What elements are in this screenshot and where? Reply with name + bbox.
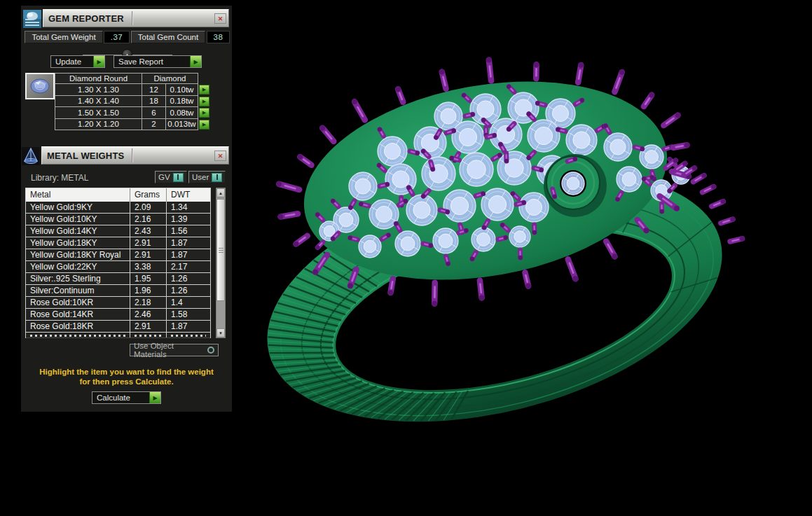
metal-name: Silver:.925 Sterling (26, 273, 130, 284)
save-report-button[interactable]: Save Report ▶ (113, 55, 202, 68)
metal-dwt: 1.58 (167, 309, 210, 320)
titlebar-divider (132, 11, 132, 25)
metal-weights-titlebar[interactable]: METAL WEIGHTS ✕ (41, 146, 229, 165)
metal-table-header: Metal Grams DWT (26, 188, 210, 202)
gem-weight: 0.08tw (166, 107, 198, 119)
gem-weight: 0.013tw (166, 119, 198, 131)
metal-dwt: 1.87 (167, 237, 210, 249)
metal-dwt: 1.26 (167, 273, 210, 284)
gem-table-header: Diamond Round Diamond (55, 73, 210, 84)
gem-size: 1.30 X 1.30 (55, 84, 142, 96)
table-row[interactable]: Yellow Gold:9KY 2.09 1.34 (26, 202, 210, 214)
table-row[interactable]: Yellow Gold:22KY 3.38 2.17 (26, 261, 210, 273)
gem-size: 1.40 X 1.40 (55, 96, 142, 108)
update-button-label: Update (51, 56, 93, 67)
gem-weight: 0.10tw (166, 84, 198, 96)
gem-report-table: Diamond Round Diamond 1.30 X 1.30 12 0.1… (55, 73, 210, 130)
metal-name: Silver:Continuum (26, 285, 130, 296)
instruction-line1: Highlight the item you want to find the … (24, 367, 229, 377)
scroll-up-icon[interactable]: ▲ (216, 188, 225, 197)
calculate-button[interactable]: Calculate ▶ (92, 391, 161, 404)
gv-indicator (173, 173, 184, 182)
user-button-label: User (192, 173, 209, 181)
total-gem-weight-label: Total Gem Weight (25, 31, 103, 43)
header-dwt: DWT (167, 188, 210, 202)
gem-thumbnail-image (27, 74, 53, 98)
update-button[interactable]: Update ▶ (50, 55, 105, 68)
metal-name: Yellow Gold:18KY Royal (26, 249, 130, 260)
table-row[interactable]: Silver:Continuum 1.96 1.26 (26, 285, 210, 297)
gem-size: 1.50 X 1.50 (55, 107, 142, 119)
table-row[interactable]: Yellow Gold:14KY 2.43 1.56 (26, 225, 210, 237)
table-row-partial[interactable] (26, 333, 210, 338)
metal-dwt: 1.26 (167, 285, 210, 296)
metal-dwt: 1.39 (167, 214, 210, 225)
metal-grams: 2.18 (130, 297, 167, 308)
library-label: Library: METAL (31, 173, 88, 183)
metal-name: Rose Gold:10KR (26, 297, 130, 308)
table-row[interactable]: Silver:.925 Sterling 1.95 1.26 (26, 273, 210, 285)
metal-grams: 2.09 (130, 202, 167, 213)
total-gem-count-value[interactable]: 38 (207, 31, 230, 43)
metal-grams: 1.96 (130, 285, 167, 296)
select-gems-arrow-button[interactable]: ▶ (199, 120, 209, 130)
gem-reporter-title: GEM REPORTER (48, 13, 124, 24)
metal-weights-table: Metal Grams DWT Yellow Gold:9KY 2.09 1.3… (25, 188, 211, 338)
metal-grams: 2.43 (130, 225, 167, 237)
dropdown-circle-icon (207, 347, 214, 354)
titlebar-divider (132, 148, 132, 162)
metal-dwt: 1.56 (167, 225, 210, 237)
select-gems-arrow-button[interactable]: ▶ (199, 97, 209, 106)
use-object-materials-dropdown[interactable]: Use Object Materials (130, 344, 219, 356)
metal-grams: 3.38 (130, 261, 167, 272)
gem-reporter-titlebar[interactable]: GEM REPORTER ✕ (43, 9, 229, 27)
table-row[interactable]: Yellow Gold:18KY 2.91 1.87 (26, 237, 210, 249)
gem-table-row[interactable]: 1.40 X 1.40 18 0.18tw ▶ (55, 96, 210, 108)
gem-weight: 0.18tw (166, 96, 198, 108)
gem-table-row[interactable]: 1.30 X 1.30 12 0.10tw ▶ (55, 84, 210, 96)
application-window: GEM REPORTER ✕ Total Gem Weight .37 Tota… (0, 0, 812, 516)
table-scrollbar[interactable]: ▲ ▼ (216, 188, 226, 338)
metal-dwt: 1.87 (167, 249, 210, 260)
scroll-down-icon[interactable]: ▼ (216, 328, 225, 337)
metal-name: Yellow Gold:9KY (26, 202, 130, 213)
gv-button-label: GV (158, 173, 170, 181)
gem-thumbnail[interactable] (25, 73, 55, 99)
gem-count: 18 (142, 96, 166, 108)
dropdown-label: Use Object Materials (134, 342, 207, 358)
gem-count: 2 (142, 119, 166, 131)
metal-weights-title: METAL WEIGHTS (47, 151, 124, 161)
table-row[interactable]: Yellow Gold:18KY Royal 2.91 1.87 (26, 249, 210, 261)
metal-name: Yellow Gold:22KY (26, 261, 130, 272)
table-row[interactable]: Yellow Gold:10KY 2.16 1.39 (26, 214, 210, 225)
user-button[interactable]: User (188, 171, 226, 183)
metal-grams: 2.46 (130, 309, 167, 320)
header-metal: Metal (26, 188, 130, 202)
metal-grams: 1.95 (130, 273, 167, 284)
gem-reporter-close-icon[interactable]: ✕ (214, 13, 226, 24)
tool-palette: GEM REPORTER ✕ Total Gem Weight .37 Tota… (21, 6, 232, 412)
metal-name: Yellow Gold:10KY (26, 214, 130, 225)
gem-table-row[interactable]: 1.20 X 1.20 2 0.013tw ▶ (55, 119, 210, 131)
gem-reporter-icon (23, 10, 41, 28)
metal-grams: 2.91 (130, 237, 167, 249)
table-row[interactable]: Rose Gold:10KR 2.18 1.4 (26, 297, 210, 309)
total-gem-weight-value[interactable]: .37 (104, 31, 130, 43)
green-arrow-icon: ▶ (190, 56, 201, 67)
select-gems-arrow-button[interactable]: ▶ (199, 85, 209, 95)
gv-button[interactable]: GV (155, 171, 187, 183)
table-row[interactable]: Rose Gold:14KR 2.46 1.58 (26, 309, 210, 321)
select-gems-arrow-button[interactable]: ▶ (199, 108, 209, 118)
gem-table-header-shape: Diamond Round (55, 73, 142, 84)
scrollbar-thumb[interactable] (216, 199, 225, 301)
table-row[interactable]: Rose Gold:18KR 2.91 1.87 (26, 321, 210, 333)
gem-table-row[interactable]: 1.50 X 1.50 6 0.08tw ▶ (55, 107, 210, 119)
metal-dwt: 1.4 (167, 297, 210, 308)
metal-grams: 2.91 (130, 249, 167, 260)
gem-size: 1.20 X 1.20 (55, 119, 142, 131)
metal-name: Yellow Gold:18KY (26, 237, 130, 249)
gem-count: 6 (142, 107, 166, 119)
metal-weights-close-icon[interactable]: ✕ (214, 151, 226, 161)
bezel-gem (562, 172, 584, 195)
instruction-text: Highlight the item you want to find the … (24, 367, 229, 386)
